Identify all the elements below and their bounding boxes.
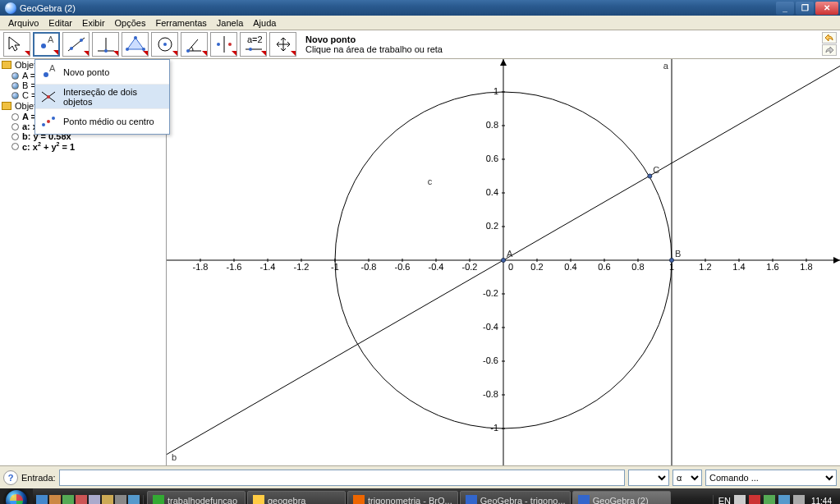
- svg-text:0.4: 0.4: [486, 187, 498, 197]
- svg-text:-1.8: -1.8: [193, 262, 209, 272]
- svg-text:-0.2: -0.2: [462, 262, 478, 272]
- tool-description: Novo ponto Clique na área de trabalho ou…: [305, 34, 443, 54]
- command-select[interactable]: Comando ...: [705, 470, 837, 486]
- tool-point[interactable]: A: [33, 32, 60, 57]
- obj-c[interactable]: c: x2 + y2 = 1: [0, 141, 166, 152]
- dd-ponto-medio[interactable]: Ponto médio ou centro: [35, 109, 169, 134]
- svg-text:1.2: 1.2: [699, 262, 711, 272]
- tray-icon[interactable]: [793, 495, 805, 504]
- svg-point-14: [186, 49, 190, 53]
- start-button[interactable]: [0, 488, 33, 504]
- svg-text:B: B: [675, 249, 681, 259]
- toolbar: A a=2 Novo ponto Clique na área de traba…: [0, 30, 840, 59]
- ql-icon[interactable]: [62, 495, 74, 504]
- help-button[interactable]: ?: [3, 470, 18, 485]
- svg-text:-0.8: -0.8: [361, 262, 377, 272]
- tool-move-view[interactable]: [269, 32, 296, 57]
- svg-text:-0.6: -0.6: [395, 262, 411, 272]
- menu-ajuda[interactable]: Ajuda: [248, 17, 281, 29]
- task-item[interactable]: GeoGebra - trigono...: [460, 491, 571, 504]
- svg-text:0: 0: [508, 262, 513, 272]
- tool-polygon[interactable]: [122, 32, 149, 57]
- task-item[interactable]: trigonometria - BrO...: [347, 491, 458, 504]
- ql-icon[interactable]: [76, 495, 87, 504]
- ql-icon[interactable]: [89, 495, 100, 504]
- task-item[interactable]: GeoGebra (2): [572, 491, 671, 504]
- ql-icon[interactable]: [102, 495, 113, 504]
- svg-point-21: [44, 72, 48, 77]
- input-field[interactable]: [59, 470, 625, 486]
- svg-point-96: [670, 259, 674, 263]
- menu-arquivo[interactable]: Arquivo: [3, 17, 44, 29]
- symbol-select[interactable]: [628, 470, 669, 486]
- svg-text:1.8: 1.8: [800, 262, 812, 272]
- svg-point-9: [134, 36, 137, 39]
- close-button[interactable]: ✕: [815, 2, 838, 15]
- tray-icon[interactable]: [734, 495, 746, 504]
- tool-slider[interactable]: a=2: [240, 32, 267, 57]
- menu-editar[interactable]: Editar: [44, 17, 77, 29]
- minimize-button[interactable]: _: [776, 2, 794, 15]
- svg-text:-0.4: -0.4: [483, 322, 498, 332]
- svg-text:0.8: 0.8: [486, 120, 498, 130]
- ql-icon[interactable]: [36, 495, 48, 504]
- svg-point-11: [126, 48, 129, 51]
- task-item[interactable]: geogebra: [247, 491, 346, 504]
- ql-icon[interactable]: [49, 495, 61, 504]
- dd-intersecao[interactable]: Interseção de dois objetos: [35, 85, 169, 109]
- tray-icon[interactable]: [764, 495, 775, 504]
- alpha-select[interactable]: α: [672, 470, 702, 486]
- svg-point-4: [80, 39, 83, 42]
- quick-launch: [33, 495, 144, 504]
- menu-bar: Arquivo Editar Exibir Opções Ferramentas…: [0, 16, 840, 30]
- menu-janela[interactable]: Janela: [212, 17, 248, 29]
- svg-text:1.6: 1.6: [766, 262, 778, 272]
- taskbar: trabalhodefuncao geogebra trigonometria …: [0, 488, 840, 504]
- menu-opcoes[interactable]: Opções: [110, 17, 151, 29]
- svg-point-13: [163, 43, 167, 46]
- svg-text:-0.2: -0.2: [483, 288, 498, 298]
- lang-indicator[interactable]: EN: [718, 496, 731, 504]
- svg-text:-0.8: -0.8: [483, 389, 498, 399]
- svg-point-19: [249, 48, 252, 51]
- clock[interactable]: 11:44: [808, 497, 835, 505]
- input-label: Entrada:: [21, 473, 56, 483]
- tray-icon[interactable]: [778, 495, 790, 504]
- undo-button[interactable]: [822, 32, 837, 44]
- window-title: GeoGebra (2): [20, 3, 776, 13]
- app-icon: [5, 2, 16, 14]
- tool-circle[interactable]: [151, 32, 178, 57]
- ql-icon[interactable]: [128, 495, 140, 504]
- svg-text:c: c: [428, 176, 433, 186]
- svg-point-94: [502, 259, 506, 263]
- svg-text:A: A: [49, 64, 56, 73]
- svg-text:a: a: [663, 61, 669, 71]
- svg-point-25: [47, 95, 50, 99]
- maximize-button[interactable]: ❐: [796, 2, 814, 15]
- svg-text:C: C: [653, 165, 659, 175]
- graphics-view[interactable]: -1.8-1.6-1.4-1.2-1-0.8-0.6-0.4-0.20.20.4…: [167, 59, 840, 465]
- svg-text:0.2: 0.2: [486, 221, 498, 231]
- svg-point-27: [52, 117, 55, 120]
- tray-icon[interactable]: [749, 495, 760, 504]
- svg-marker-8: [127, 38, 144, 49]
- svg-text:A: A: [48, 34, 54, 44]
- tool-line[interactable]: [62, 32, 90, 57]
- algebra-view: Objetos livres A = (0, 0) B = (1, 0) C =…: [0, 59, 167, 465]
- tool-angle[interactable]: [181, 32, 208, 57]
- svg-text:a=2: a=2: [247, 34, 263, 44]
- menu-exibir[interactable]: Exibir: [77, 17, 110, 29]
- tool-hint: Clique na área de trabalho ou reta: [305, 44, 443, 54]
- tool-reflect[interactable]: [210, 32, 237, 57]
- dd-novo-ponto[interactable]: A Novo ponto: [35, 60, 169, 85]
- svg-text:-0.4: -0.4: [429, 262, 444, 272]
- svg-text:b: b: [172, 452, 177, 462]
- point-tool-dropdown: A Novo ponto Interseção de dois objetos …: [34, 59, 170, 135]
- svg-point-0: [41, 44, 46, 48]
- menu-ferramentas[interactable]: Ferramentas: [150, 17, 211, 29]
- ql-icon[interactable]: [115, 495, 126, 504]
- tool-move[interactable]: [3, 32, 30, 57]
- tool-perpendicular[interactable]: [92, 32, 119, 57]
- redo-button[interactable]: [822, 44, 837, 56]
- task-item[interactable]: trabalhodefuncao: [147, 491, 246, 504]
